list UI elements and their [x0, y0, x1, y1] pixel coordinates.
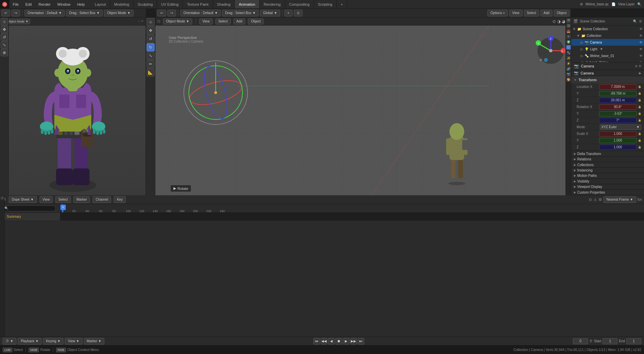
tool-transform[interactable]: ⊕ — [1, 49, 8, 56]
prop-icon-object[interactable]: ⬡ — [566, 45, 571, 50]
select-menu-btn[interactable]: Select — [524, 10, 539, 16]
tab-compositing[interactable]: Compositing — [285, 0, 314, 8]
tab-animation[interactable]: Animation — [235, 0, 260, 8]
tab-shading[interactable]: Shading — [213, 0, 235, 8]
filter-icon[interactable]: 🔍 — [633, 19, 637, 23]
keying-btn[interactable]: Keying ▼ — [43, 338, 63, 345]
main-3d-viewport[interactable]: ⬡ Object Mode ▼ View Select Add Object ⊙… — [155, 17, 571, 195]
lifeline-eye-icon[interactable]: 👁 — [639, 54, 643, 58]
prop-icon-scene2[interactable]: 🌍 — [566, 40, 571, 44]
prop-icon-physics[interactable]: ⚡ — [566, 61, 571, 66]
location-x-value[interactable]: 7.3589 m — [599, 84, 637, 90]
current-frame-input[interactable]: 0 — [573, 338, 588, 344]
summary-track-content[interactable] — [60, 213, 644, 220]
menu-window[interactable]: Window — [54, 0, 74, 8]
location-z-lock[interactable]: 🔒 — [638, 99, 641, 102]
vp-tool-cursor[interactable]: ⊹ — [147, 18, 155, 26]
scale-y-value[interactable]: 1.000 — [599, 138, 637, 143]
outliner-settings-icon[interactable]: ⚙ — [639, 19, 642, 23]
outliner-item-collection[interactable]: ▼ 📁 Collection 👁 — [571, 32, 644, 39]
motion-paths-header[interactable]: ▶ Motion Paths — [571, 173, 644, 179]
jump-end-btn[interactable]: ⏭ — [358, 338, 364, 345]
relations-header[interactable]: ▶ Relations — [571, 157, 644, 162]
visibility-header[interactable]: ▶ Visibility — [571, 179, 644, 184]
tab-rendering[interactable]: Rendering — [260, 0, 285, 8]
interpolation-btn[interactable]: Nearest Frame ▼ — [603, 196, 636, 203]
timeline-filter-icon[interactable]: ⊙ — [589, 197, 592, 202]
prev-keyframe-btn[interactable]: ◀ — [328, 338, 335, 345]
main-global-btn[interactable]: Global ▼ — [260, 10, 280, 16]
playback-view-btn[interactable]: View ▼ — [65, 338, 82, 345]
end-frame-input[interactable]: 1 — [626, 338, 641, 344]
outliner-item-camera[interactable]: ▷ 📷 Camera 👁 — [571, 39, 644, 46]
material-icon[interactable]: ◕ — [562, 19, 565, 24]
jump-start-btn[interactable]: ⏮ — [313, 338, 320, 345]
tab-add[interactable]: + — [337, 0, 347, 8]
outliner-item-lifeline-base[interactable]: ▷ 🦴 lifeline_base_01 👁 — [571, 52, 644, 59]
menu-edit[interactable]: Edit — [22, 0, 35, 8]
tab-modeling[interactable]: Modeling — [110, 0, 134, 8]
transform-section-header[interactable]: ▼ Transform — [571, 76, 644, 84]
tool-cursor[interactable]: ⊹ — [1, 18, 8, 26]
stop-btn[interactable]: ⏹ — [335, 338, 342, 345]
next-keyframe-btn[interactable]: ▶▶ — [350, 338, 357, 345]
tool-move[interactable]: ✥ — [1, 26, 8, 33]
outliner-item-scene-collection[interactable]: ▼ 📁 Scene Collection 👁 — [571, 26, 644, 32]
prop-icon-constraint[interactable]: 🔗 — [566, 66, 571, 71]
timeline-warn-icon[interactable]: ⚠ — [593, 197, 597, 202]
viewport-content[interactable]: User Perspective (0) Collection | Camera — [155, 26, 571, 195]
tl-icon-1[interactable]: ⏱ — [0, 196, 4, 200]
overlay-icon[interactable]: ⊙ — [552, 19, 556, 24]
prop-icon-particles[interactable]: ✨ — [566, 56, 571, 60]
timeline-marker-btn[interactable]: Marker — [73, 196, 90, 203]
timeline-key-btn[interactable]: Key — [114, 196, 125, 203]
vp-add-btn[interactable]: Add — [233, 18, 246, 24]
collection-sub-eye[interactable]: 👁 — [639, 34, 643, 38]
rotation-x-lock[interactable]: 🔒 — [638, 105, 641, 108]
prop-object-name[interactable]: Camera — [581, 64, 594, 68]
vp-object-mode-btn[interactable]: Object Mode ▼ — [163, 18, 192, 24]
timeline-channel-btn[interactable]: Channel — [93, 196, 111, 203]
play-forward-btn[interactable]: ▶ — [343, 338, 350, 345]
vp-tool-rotate-active[interactable]: ↻ — [147, 43, 155, 51]
rotation-z-value[interactable]: 7° — [599, 118, 637, 123]
prop-icon-view[interactable]: 👁 — [566, 34, 571, 39]
object-menu-btn[interactable]: Object — [554, 10, 570, 16]
prop-icon-scene[interactable]: 🎬 — [566, 18, 571, 23]
blender-logo[interactable] — [0, 0, 9, 9]
camera-eye-icon[interactable]: 👁 — [639, 41, 643, 44]
vp-view-btn[interactable]: View — [199, 18, 213, 24]
vp-tool-move[interactable]: ✥ — [147, 27, 155, 35]
menu-help[interactable]: Help — [74, 0, 88, 8]
mode-btn[interactable]: Object Mode ▼ — [104, 10, 133, 16]
prop-icon-render[interactable]: 🖼 — [566, 23, 571, 28]
outliner-item-light[interactable]: ▷ 💡 Light ☀ 👁 — [571, 46, 644, 52]
prop-icon-output[interactable]: 📤 — [566, 29, 571, 34]
nav-gizmo-container[interactable]: X Y Z ⊕ 🌐 — [536, 36, 566, 66]
add-menu-btn[interactable]: Add — [540, 10, 552, 16]
rotation-y-lock[interactable]: 🔒 — [638, 112, 641, 115]
vp-tool-annotate[interactable]: ✏ — [147, 60, 155, 68]
toolbar-redo-btn[interactable]: ↪ — [11, 10, 20, 16]
tool-rotate[interactable]: ↺ — [1, 34, 8, 41]
tab-texture-paint[interactable]: Texture Paint — [183, 0, 213, 8]
rotation-x-value[interactable]: 90.8° — [599, 104, 637, 110]
location-x-lock[interactable]: 🔒 — [638, 85, 641, 88]
proportional-btn[interactable]: ⊙ — [294, 10, 303, 16]
main-redo-btn[interactable]: ↪ — [167, 10, 176, 16]
timeline-search-input[interactable]: 🔍 — [2, 205, 56, 211]
collection-eye-icon[interactable]: 👁 — [639, 27, 643, 31]
vp-select-btn[interactable]: Select — [215, 18, 231, 24]
playback-btn[interactable]: Playback ▼ — [18, 338, 42, 345]
delta-transform-header[interactable]: ▶ Delta Transform — [571, 151, 644, 156]
toolbar-orientation-btn[interactable]: Orientation: Default ▼ — [24, 10, 65, 16]
tab-uv-editing[interactable]: UV Editing — [157, 0, 183, 8]
options-btn[interactable]: Options » — [487, 10, 508, 16]
prop-icon-data[interactable]: 📷 — [566, 72, 571, 77]
main-undo-btn[interactable]: ↩ — [157, 10, 166, 16]
prop-icon-material[interactable]: 🎨 — [566, 77, 571, 82]
main-drag-btn[interactable]: Drag: Select Box ▼ — [222, 10, 259, 16]
toolbar-drag-btn[interactable]: Drag: Select Box ▼ — [66, 10, 103, 16]
timeline-select-btn[interactable]: Select — [55, 196, 71, 203]
snap-toggle-btn[interactable]: ⌖ — [284, 10, 292, 16]
